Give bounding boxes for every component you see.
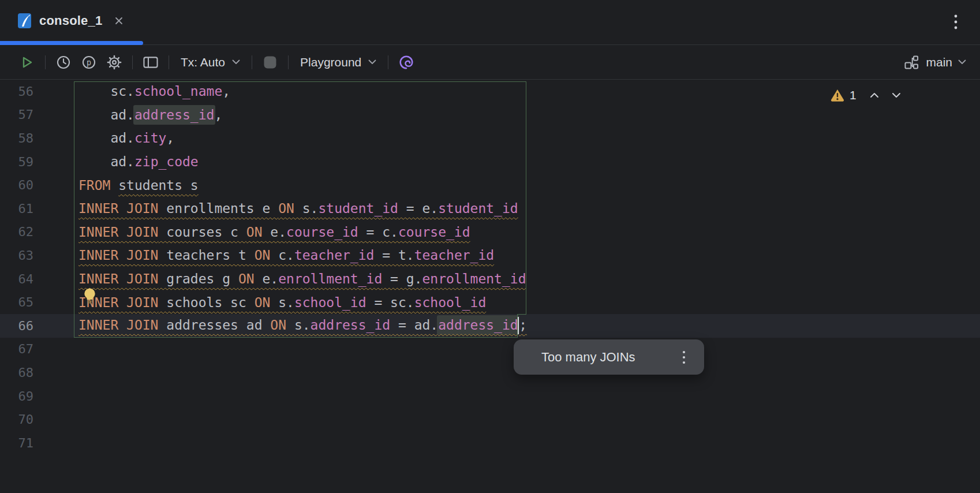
warning-triangle-icon[interactable] bbox=[830, 88, 845, 102]
toolbar-divider bbox=[45, 55, 46, 69]
line-number: 65 bbox=[0, 295, 76, 309]
tab-close-icon[interactable] bbox=[114, 16, 124, 26]
tx-mode-label: Tx: Auto bbox=[181, 55, 225, 69]
schema-label: main bbox=[926, 55, 952, 69]
tooltip-options-kebab-icon[interactable] bbox=[676, 348, 691, 367]
tab-console-1[interactable]: console_1 bbox=[0, 0, 139, 42]
toolbar-divider bbox=[169, 55, 169, 69]
chevron-down-icon bbox=[958, 59, 966, 65]
line-number: 71 bbox=[0, 436, 76, 450]
line-number: 64 bbox=[0, 272, 76, 286]
line-number: 66 bbox=[0, 319, 76, 333]
editor-line-63[interactable]: 63INNER JOIN teachers t ON c.teacher_id … bbox=[0, 244, 980, 267]
history-icon[interactable] bbox=[54, 53, 73, 72]
inspections-widget: 1 bbox=[830, 87, 905, 104]
code-text: ad.address_id, bbox=[76, 107, 222, 122]
tooltip-text: Too many JOINs bbox=[541, 350, 676, 365]
line-number: 63 bbox=[0, 248, 76, 263]
tx-mode-selector[interactable]: Tx: Auto bbox=[177, 53, 244, 72]
editor-line-64[interactable]: 64INNER JOIN grades g ON e.enrollment_id… bbox=[0, 267, 980, 291]
tab-title: console_1 bbox=[39, 13, 102, 28]
line-number: 60 bbox=[0, 178, 76, 192]
chevron-down-icon bbox=[232, 59, 240, 65]
line-number: 67 bbox=[0, 342, 76, 356]
stop-button[interactable] bbox=[260, 53, 280, 72]
settings-gear-icon[interactable] bbox=[104, 53, 124, 72]
editor-lines: 56 sc.school_name,57 ad.address_id,58 ad… bbox=[0, 80, 980, 455]
editor-line-71[interactable]: 71 bbox=[0, 431, 980, 455]
line-number: 56 bbox=[0, 84, 76, 99]
line-number: 59 bbox=[0, 155, 76, 169]
code-text: INNER JOIN courses c ON e.course_id = c.… bbox=[76, 225, 470, 240]
tab-selected-underline bbox=[0, 41, 143, 45]
editor-line-61[interactable]: 61INNER JOIN enrollments e ON s.student_… bbox=[0, 197, 980, 221]
line-number: 70 bbox=[0, 412, 76, 427]
code-text: INNER JOIN addresses ad ON s.address_id … bbox=[76, 317, 527, 334]
toolbar-divider bbox=[132, 55, 133, 69]
code-text: sc.school_name, bbox=[76, 84, 230, 99]
editor-line-68[interactable]: 68 bbox=[0, 361, 980, 384]
toolbar-divider bbox=[252, 55, 252, 69]
session-selector[interactable]: Playground bbox=[297, 53, 380, 72]
code-text: INNER JOIN grades g ON e.enrollment_id =… bbox=[76, 271, 526, 286]
sql-editor[interactable]: 56 sc.school_name,57 ad.address_id,58 ad… bbox=[0, 80, 980, 493]
editor-panel-icon[interactable] bbox=[141, 53, 160, 72]
line-number: 62 bbox=[0, 225, 76, 239]
session-label: Playground bbox=[300, 55, 361, 69]
schema-icon bbox=[903, 54, 920, 70]
editor-line-60[interactable]: 60FROM students s bbox=[0, 173, 980, 197]
code-text: ad.city, bbox=[76, 130, 174, 145]
code-text: INNER JOIN schools sc ON s.school_id = s… bbox=[76, 295, 486, 310]
editor-line-58[interactable]: 58 ad.city, bbox=[0, 126, 980, 150]
next-warning-icon[interactable] bbox=[888, 87, 905, 104]
code-text: INNER JOIN teachers t ON c.teacher_id = … bbox=[76, 248, 494, 263]
ai-assistant-icon[interactable] bbox=[397, 53, 416, 72]
console-toolbar: p Tx: Auto Playground bbox=[0, 45, 980, 80]
code-text: INNER JOIN enrollments e ON s.student_id… bbox=[76, 201, 518, 216]
svg-text:p: p bbox=[87, 58, 91, 66]
code-text: FROM students s bbox=[76, 178, 199, 193]
tab-bar: console_1 bbox=[0, 0, 980, 45]
toolbar-divider bbox=[288, 55, 289, 69]
schema-selector[interactable]: main bbox=[903, 54, 966, 70]
chevron-down-icon bbox=[368, 59, 376, 65]
line-number: 57 bbox=[0, 107, 76, 122]
editor-line-69[interactable]: 69 bbox=[0, 384, 980, 408]
editor-line-67[interactable]: 67 bbox=[0, 338, 980, 361]
intention-bulb-icon[interactable] bbox=[83, 287, 96, 305]
warning-count: 1 bbox=[850, 88, 856, 102]
parameters-icon[interactable]: p bbox=[79, 53, 99, 72]
sqlite-file-icon bbox=[17, 12, 32, 29]
editor-line-70[interactable]: 70 bbox=[0, 408, 980, 431]
tab-options-kebab-icon[interactable] bbox=[948, 13, 964, 32]
line-number: 69 bbox=[0, 389, 76, 404]
line-number: 68 bbox=[0, 365, 76, 380]
editor-line-66[interactable]: 66INNER JOIN addresses ad ON s.address_i… bbox=[0, 314, 980, 338]
toolbar-divider bbox=[388, 55, 388, 69]
previous-warning-icon[interactable] bbox=[866, 87, 883, 104]
inspection-tooltip: Too many JOINs bbox=[514, 339, 704, 375]
editor-line-57[interactable]: 57 ad.address_id, bbox=[0, 103, 980, 127]
run-button[interactable] bbox=[17, 53, 37, 72]
line-number: 58 bbox=[0, 131, 76, 145]
editor-line-65[interactable]: 65INNER JOIN schools sc ON s.school_id =… bbox=[0, 290, 980, 314]
line-number: 61 bbox=[0, 201, 76, 216]
editor-line-59[interactable]: 59 ad.zip_code bbox=[0, 150, 980, 174]
editor-line-62[interactable]: 62INNER JOIN courses c ON e.course_id = … bbox=[0, 221, 980, 244]
code-text: ad.zip_code bbox=[76, 154, 199, 169]
